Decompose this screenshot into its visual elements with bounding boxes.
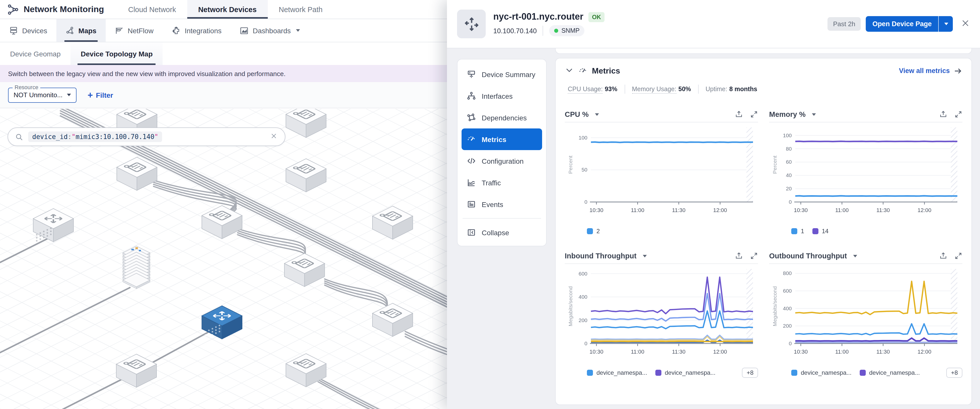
device-side-panel: nyc-rt-001.nyc.router OK 10.100.70.140 S… bbox=[447, 0, 980, 409]
series-2 bbox=[591, 142, 753, 142]
panel-nav-metrics[interactable]: Metrics bbox=[461, 128, 542, 150]
y-tick-label: 200 bbox=[579, 317, 587, 323]
x-tick-label: 12:00 bbox=[713, 207, 727, 213]
panel-nav-configuration[interactable]: Configuration bbox=[461, 150, 542, 172]
y-tick-label: 0 bbox=[789, 199, 792, 205]
device-node[interactable] bbox=[117, 157, 157, 190]
tab-network-path[interactable]: Network Path bbox=[268, 0, 334, 19]
chart-metric-dropdown[interactable] bbox=[595, 113, 599, 116]
add-filter-button[interactable]: + Filter bbox=[88, 90, 113, 99]
subnav-integrations[interactable]: Integrations bbox=[162, 19, 231, 42]
y-axis-label: Megabits/second bbox=[568, 286, 573, 326]
chevron-down-icon bbox=[296, 29, 300, 32]
device-node-stack[interactable] bbox=[123, 246, 150, 289]
export-icon[interactable] bbox=[939, 252, 947, 260]
chart-metric-dropdown[interactable] bbox=[853, 255, 857, 257]
y-tick-label: 400 bbox=[783, 305, 792, 311]
status-badge: OK bbox=[589, 12, 605, 22]
legend-item[interactable]: device_namespa... bbox=[655, 369, 715, 376]
device-node[interactable] bbox=[286, 354, 326, 387]
legend-item[interactable]: 2 bbox=[587, 228, 600, 235]
chart-metric-dropdown[interactable] bbox=[643, 255, 646, 257]
chart-svg[interactable]: 0200400600Megabits/second10:3011:0011:30… bbox=[565, 265, 758, 364]
chart-svg[interactable]: 020406080100Percent10:3011:0011:3012:00 bbox=[769, 123, 963, 222]
chart-metric-dropdown[interactable] bbox=[811, 113, 816, 116]
legend-item[interactable]: 1 bbox=[791, 228, 804, 235]
legend-swatch bbox=[812, 228, 818, 234]
scrolled-card-fragment bbox=[555, 48, 972, 54]
collapse-icon bbox=[466, 228, 476, 237]
metrics-section-title: Metrics bbox=[592, 66, 620, 75]
configuration-icon bbox=[466, 156, 476, 166]
tab-cloud-network[interactable]: Cloud Network bbox=[117, 0, 187, 19]
search-query-token[interactable]: device_id : " mimic3:10.100.70.140 " bbox=[28, 131, 162, 142]
y-tick-label: 0 bbox=[584, 199, 587, 205]
map-search-input[interactable]: device_id : " mimic3:10.100.70.140 " bbox=[8, 128, 285, 146]
y-tick-label: 0 bbox=[789, 340, 792, 346]
dashboards-icon bbox=[240, 26, 249, 35]
legend-item[interactable]: device_namespa... bbox=[791, 369, 851, 376]
fullscreen-icon[interactable] bbox=[955, 252, 963, 260]
dependencies-icon bbox=[466, 113, 476, 122]
device-ip: 10.100.70.140 bbox=[493, 27, 537, 35]
chart-block: Memory %020406080100Percent10:3011:0011:… bbox=[769, 107, 963, 237]
fullscreen-icon[interactable] bbox=[750, 252, 758, 260]
subnav-maps[interactable]: Maps bbox=[56, 19, 106, 42]
device-node[interactable] bbox=[285, 253, 325, 287]
device-node[interactable] bbox=[116, 354, 156, 387]
panel-nav-interfaces[interactable]: Interfaces bbox=[461, 85, 542, 107]
subnav-dashboards[interactable]: Dashboards bbox=[231, 19, 309, 42]
resource-filter-dropdown[interactable]: Resource NOT Unmonito... bbox=[8, 87, 76, 102]
chart-title: Memory % bbox=[769, 110, 806, 118]
traffic-icon bbox=[466, 178, 476, 187]
series-14 bbox=[795, 141, 957, 142]
device-node[interactable] bbox=[33, 209, 73, 242]
legend-more-badge[interactable]: +8 bbox=[742, 368, 758, 378]
open-device-page-button[interactable]: Open Device Page bbox=[866, 16, 953, 32]
panel-nav-device-summary[interactable]: Device Summary bbox=[461, 64, 542, 85]
chart-svg[interactable]: 050100Percent10:3011:0011:3012:00 bbox=[565, 123, 758, 222]
view-all-metrics-link[interactable]: View all metrics bbox=[899, 66, 963, 75]
clear-search-icon[interactable] bbox=[270, 132, 278, 142]
device-node-selected[interactable] bbox=[202, 306, 242, 339]
netflow-icon bbox=[115, 26, 124, 35]
export-icon[interactable] bbox=[939, 110, 947, 118]
panel-nav-collapse[interactable]: Collapse bbox=[461, 222, 542, 243]
panel-nav-events[interactable]: Events bbox=[461, 193, 542, 215]
metrics-gauge-icon bbox=[466, 134, 476, 144]
time-range-badge[interactable]: Past 2h bbox=[827, 17, 861, 31]
legend-item[interactable]: device_namespa... bbox=[859, 369, 920, 376]
device-node[interactable] bbox=[202, 206, 242, 239]
chart-block: Outbound Throughput0200400600800Megabits… bbox=[769, 248, 963, 379]
series-device_namespace_purple bbox=[591, 277, 753, 313]
panel-nav: Device Summary Interfaces Dependencies M… bbox=[457, 59, 547, 246]
device-node[interactable] bbox=[286, 159, 326, 192]
device-node[interactable] bbox=[372, 206, 413, 239]
tab-device-topology-map[interactable]: Device Topology Map bbox=[71, 42, 163, 65]
device-node[interactable] bbox=[286, 109, 326, 137]
subnav-devices[interactable]: Devices bbox=[0, 19, 56, 42]
chart-legend: device_namespa...device_namespa...+8 bbox=[791, 367, 963, 379]
chart-svg[interactable]: 0200400600800Megabits/second10:3011:0011… bbox=[769, 265, 963, 364]
interfaces-icon bbox=[466, 91, 476, 101]
close-panel-icon[interactable] bbox=[961, 18, 970, 29]
y-tick-label: 100 bbox=[783, 133, 792, 138]
section-chevron-icon[interactable] bbox=[565, 66, 574, 76]
link bbox=[318, 382, 383, 409]
subnav-netflow[interactable]: NetFlow bbox=[105, 19, 162, 42]
legend-more-badge[interactable]: +8 bbox=[947, 368, 963, 378]
legend-item[interactable]: device_namespa... bbox=[587, 369, 647, 376]
fullscreen-icon[interactable] bbox=[750, 110, 758, 118]
y-tick-label: 600 bbox=[783, 288, 792, 294]
export-icon[interactable] bbox=[735, 252, 743, 260]
fullscreen-icon[interactable] bbox=[955, 110, 963, 118]
link bbox=[0, 236, 53, 262]
export-icon[interactable] bbox=[735, 110, 743, 118]
tab-device-geomap[interactable]: Device Geomap bbox=[0, 42, 71, 65]
chart-legend: device_namespa...device_namespa...+8 bbox=[587, 367, 758, 379]
legend-item[interactable]: 14 bbox=[812, 228, 829, 235]
panel-nav-dependencies[interactable]: Dependencies bbox=[461, 107, 542, 128]
open-device-dropdown[interactable] bbox=[938, 16, 953, 32]
panel-nav-traffic[interactable]: Traffic bbox=[461, 172, 542, 193]
tab-network-devices[interactable]: Network Devices bbox=[187, 0, 267, 19]
